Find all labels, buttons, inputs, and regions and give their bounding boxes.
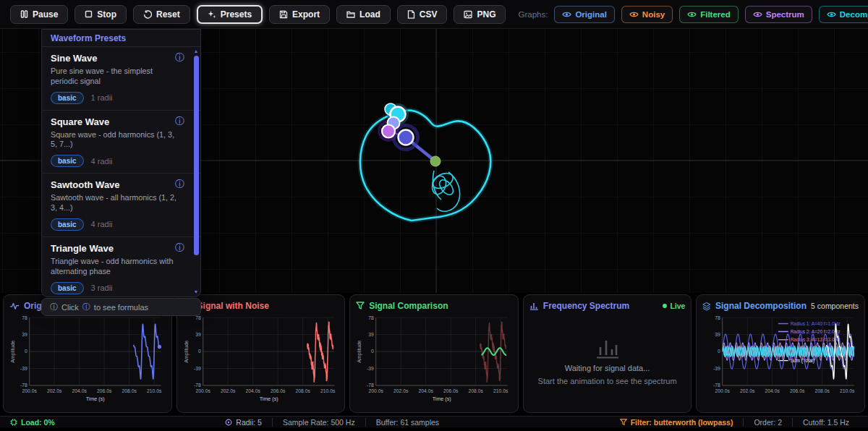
preset-radii-count: 3 radii (91, 283, 113, 292)
preset-radii-count: 4 radii (91, 157, 113, 166)
load-button[interactable]: Load (336, 5, 391, 24)
spectrum-waiting-text: Waiting for signal data... (565, 364, 650, 372)
pause-icon (20, 10, 28, 18)
info-icon[interactable]: ⓘ (175, 116, 184, 126)
svg-text:-39: -39 (194, 366, 201, 371)
pause-button[interactable]: Pause (10, 5, 68, 24)
preset-badge: basic (51, 155, 84, 167)
svg-text:39: 39 (22, 332, 27, 337)
toggle-original[interactable]: Original (554, 6, 614, 23)
svg-text:202.0s: 202.0s (740, 388, 755, 393)
panel-signal-decomposition: Signal Decomposition 5 components Radius… (696, 294, 865, 413)
stop-button[interactable]: Stop (75, 5, 127, 24)
scroll-down-icon[interactable]: ▼ (194, 289, 199, 295)
svg-text:202.0s: 202.0s (221, 388, 236, 393)
preset-item-sawtooth-wave[interactable]: Sawtooth Wave ⓘ Sawtooth wave - all harm… (42, 174, 200, 237)
png-button[interactable]: PNG (454, 5, 506, 24)
svg-text:204.0s: 204.0s (419, 388, 434, 393)
export-button[interactable]: Export (269, 5, 330, 24)
svg-text:210.0s: 210.0s (840, 388, 855, 393)
preset-item-sine-wave[interactable]: Sine Wave ⓘ Pure sine wave - the simples… (42, 47, 200, 111)
cpu-icon (10, 419, 17, 426)
live-indicator-dot (663, 304, 667, 308)
components-count: 5 components (811, 302, 859, 310)
csv-button[interactable]: CSV (397, 5, 448, 24)
activity-icon (9, 302, 20, 310)
svg-text:39: 39 (715, 332, 721, 337)
svg-text:204.0s: 204.0s (72, 388, 88, 393)
sample-rate-status: Sample Rate: 500 Hz (272, 418, 365, 427)
svg-text:78: 78 (715, 315, 721, 320)
svg-text:206.0s: 206.0s (97, 388, 112, 393)
preset-item-square-wave[interactable]: Square Wave ⓘ Square wave - odd harmonic… (42, 111, 200, 174)
eye-icon (629, 11, 639, 18)
presets-dropdown-title: Waveform Presets (42, 30, 200, 47)
svg-text:Time (s): Time (s) (86, 395, 105, 401)
svg-text:Time (s): Time (s) (433, 395, 451, 401)
bar-chart-placeholder-icon (595, 338, 621, 359)
panel-signal-comparison: Signal Comparison 78390-39-78200.0s202.0… (349, 294, 519, 413)
status-center-group: Radii: 5 Sample Rate: 500 Hz Buffer: 61 … (215, 418, 449, 427)
waveform-presets-dropdown: Waveform Presets Sine Wave ⓘ Pure sine w… (41, 29, 201, 297)
load-status: Load: 0% (10, 418, 55, 427)
order-status: Order: 2 (743, 418, 792, 427)
panel-title: Frequency Spectrum (543, 301, 629, 311)
svg-text:200.0s: 200.0s (369, 388, 384, 393)
svg-text:206.0s: 206.0s (790, 388, 805, 393)
scroll-up-icon[interactable]: ▲ (194, 48, 199, 54)
svg-text:202.0s: 202.0s (47, 388, 62, 393)
preset-radii-count: 4 radii (91, 220, 113, 229)
svg-text:78: 78 (368, 315, 374, 320)
panel-signal-with-noise: Signal with Noise 78390-39-78200.0s202.0… (176, 294, 346, 413)
svg-text:Amplitude: Amplitude (10, 340, 16, 362)
svg-text:0: 0 (25, 349, 27, 354)
svg-text:208.0s: 208.0s (815, 388, 830, 393)
toggle-decomp[interactable]: Decomp (819, 6, 868, 23)
dropdown-scrollbar[interactable]: ▲ ▼ (192, 48, 200, 295)
spectrum-empty-state: Waiting for signal data... Start the ani… (529, 313, 686, 410)
sparkles-icon (208, 10, 216, 19)
live-label: Live (670, 302, 685, 310)
toggle-spectrum[interactable]: Spectrum (745, 6, 812, 23)
cutoff-status: Cutoff: 1.5 Hz (792, 418, 859, 427)
svg-text:210.0s: 210.0s (147, 388, 162, 393)
info-icon[interactable]: ⓘ (175, 53, 184, 62)
preset-item-triangle-wave[interactable]: Triangle Wave ⓘ Triangle wave - odd harm… (42, 237, 200, 297)
toolbar: Pause Stop Reset Presets Export Load CSV… (0, 0, 868, 29)
toggle-noisy[interactable]: Noisy (621, 6, 673, 23)
preset-badge: basic (51, 92, 84, 104)
epicycle-node-purple (382, 125, 395, 138)
svg-text:Radius 3: A=13 f=3.0Hz: Radius 3: A=13 f=3.0Hz (791, 337, 841, 342)
filter-icon (620, 419, 627, 426)
info-icon[interactable]: ⓘ (175, 179, 184, 189)
toggle-filtered[interactable]: Filtered (679, 6, 739, 23)
reset-icon (143, 10, 152, 19)
svg-text:204.0s: 204.0s (245, 388, 260, 393)
filter-status: Filter: butterworth (lowpass) (610, 418, 744, 427)
eye-icon (827, 11, 836, 18)
svg-text:0: 0 (371, 349, 374, 354)
noisy-signal-chart: 78390-39-78200.0s202.0s204.0s206.0s208.0… (183, 313, 339, 410)
scrollbar-thumb[interactable] (194, 56, 199, 255)
svg-text:Radius 1: A=40 f=1.0Hz: Radius 1: A=40 f=1.0Hz (791, 321, 841, 326)
svg-text:202.0s: 202.0s (393, 388, 409, 393)
eye-icon (753, 11, 762, 18)
svg-text:-78: -78 (367, 383, 374, 388)
svg-text:-39: -39 (20, 366, 27, 371)
origin-dot (430, 156, 441, 166)
svg-text:-78: -78 (20, 383, 27, 388)
svg-text:Time (s): Time (s) (259, 395, 278, 401)
svg-text:0: 0 (198, 349, 201, 354)
info-icon[interactable]: ⓘ (175, 243, 184, 252)
svg-text:206.0s: 206.0s (443, 388, 459, 393)
presets-footer-hint: ⓘ Click ⓘ to see formulas (41, 298, 201, 316)
svg-text:-78: -78 (194, 383, 201, 388)
reset-button[interactable]: Reset (133, 5, 190, 24)
presets-button[interactable]: Presets (197, 5, 263, 24)
buffer-status: Buffer: 61 samples (365, 418, 449, 427)
panel-title: Signal Decomposition (715, 301, 807, 311)
layers-icon (702, 302, 711, 311)
svg-text:39: 39 (368, 332, 374, 337)
svg-text:Radius 2: A=20 f=2.0Hz: Radius 2: A=20 f=2.0Hz (791, 329, 841, 334)
panel-frequency-spectrum: Frequency Spectrum Live Waiting for sign… (523, 294, 692, 413)
